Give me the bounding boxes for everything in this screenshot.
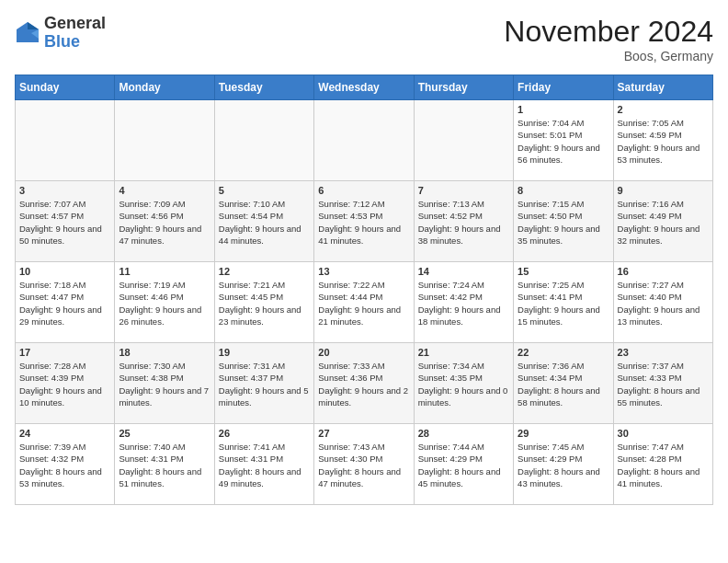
cell-info: Sunrise: 7:34 AM Sunset: 4:35 PM Dayligh…	[418, 360, 509, 408]
calendar-cell	[16, 100, 115, 181]
day-number: 6	[318, 185, 409, 196]
day-number: 3	[19, 185, 110, 196]
day-header-friday: Friday	[514, 75, 613, 100]
cell-info: Sunrise: 7:22 AM Sunset: 4:44 PM Dayligh…	[318, 279, 409, 327]
day-number: 24	[19, 428, 110, 439]
cell-info: Sunrise: 7:30 AM Sunset: 4:38 PM Dayligh…	[119, 360, 210, 408]
cell-info: Sunrise: 7:28 AM Sunset: 4:39 PM Dayligh…	[19, 360, 110, 408]
cell-info: Sunrise: 7:21 AM Sunset: 4:45 PM Dayligh…	[219, 279, 310, 327]
calendar-cell: 10Sunrise: 7:18 AM Sunset: 4:47 PM Dayli…	[16, 262, 115, 343]
day-number: 28	[418, 428, 509, 439]
calendar-cell: 27Sunrise: 7:43 AM Sunset: 4:30 PM Dayli…	[314, 424, 414, 505]
calendar-cell	[414, 100, 513, 181]
calendar-cell: 1Sunrise: 7:04 AM Sunset: 5:01 PM Daylig…	[514, 100, 613, 181]
calendar-cell: 6Sunrise: 7:12 AM Sunset: 4:53 PM Daylig…	[314, 181, 414, 262]
day-number: 25	[119, 428, 210, 439]
cell-info: Sunrise: 7:15 AM Sunset: 4:50 PM Dayligh…	[518, 198, 609, 247]
calendar-header-row: SundayMondayTuesdayWednesdayThursdayFrid…	[16, 75, 713, 100]
cell-info: Sunrise: 7:45 AM Sunset: 4:29 PM Dayligh…	[518, 441, 609, 489]
day-number: 19	[219, 347, 310, 358]
day-number: 26	[219, 428, 310, 439]
cell-info: Sunrise: 7:16 AM Sunset: 4:49 PM Dayligh…	[618, 198, 709, 247]
cell-info: Sunrise: 7:25 AM Sunset: 4:41 PM Dayligh…	[518, 279, 609, 327]
month-title: November 2024	[504, 15, 713, 49]
day-header-sunday: Sunday	[16, 75, 115, 100]
cell-info: Sunrise: 7:05 AM Sunset: 4:59 PM Dayligh…	[618, 117, 709, 166]
day-number: 11	[119, 266, 210, 277]
calendar-cell: 22Sunrise: 7:36 AM Sunset: 4:34 PM Dayli…	[514, 343, 613, 424]
cell-info: Sunrise: 7:10 AM Sunset: 4:54 PM Dayligh…	[219, 198, 310, 247]
calendar-cell: 14Sunrise: 7:24 AM Sunset: 4:42 PM Dayli…	[414, 262, 513, 343]
calendar-week-3: 17Sunrise: 7:28 AM Sunset: 4:39 PM Dayli…	[16, 343, 713, 424]
calendar-cell: 24Sunrise: 7:39 AM Sunset: 4:32 PM Dayli…	[16, 424, 115, 505]
calendar-cell: 25Sunrise: 7:40 AM Sunset: 4:31 PM Dayli…	[115, 424, 214, 505]
calendar-cell: 3Sunrise: 7:07 AM Sunset: 4:57 PM Daylig…	[16, 181, 115, 262]
calendar-cell: 19Sunrise: 7:31 AM Sunset: 4:37 PM Dayli…	[214, 343, 313, 424]
calendar-cell	[314, 100, 414, 181]
day-number: 4	[119, 185, 210, 196]
calendar-week-2: 10Sunrise: 7:18 AM Sunset: 4:47 PM Dayli…	[16, 262, 713, 343]
cell-info: Sunrise: 7:18 AM Sunset: 4:47 PM Dayligh…	[19, 279, 110, 327]
cell-info: Sunrise: 7:09 AM Sunset: 4:56 PM Dayligh…	[119, 198, 210, 247]
calendar-cell: 7Sunrise: 7:13 AM Sunset: 4:52 PM Daylig…	[414, 181, 513, 262]
calendar-cell: 23Sunrise: 7:37 AM Sunset: 4:33 PM Dayli…	[613, 343, 712, 424]
calendar-cell: 13Sunrise: 7:22 AM Sunset: 4:44 PM Dayli…	[314, 262, 414, 343]
logo-blue: Blue	[44, 32, 80, 51]
cell-info: Sunrise: 7:37 AM Sunset: 4:33 PM Dayligh…	[618, 360, 709, 408]
calendar-week-1: 3Sunrise: 7:07 AM Sunset: 4:57 PM Daylig…	[16, 181, 713, 262]
day-number: 8	[518, 185, 609, 196]
day-number: 29	[518, 428, 609, 439]
calendar-week-4: 24Sunrise: 7:39 AM Sunset: 4:32 PM Dayli…	[16, 424, 713, 505]
day-header-tuesday: Tuesday	[214, 75, 313, 100]
calendar-cell: 11Sunrise: 7:19 AM Sunset: 4:46 PM Dayli…	[115, 262, 214, 343]
cell-info: Sunrise: 7:24 AM Sunset: 4:42 PM Dayligh…	[418, 279, 509, 327]
day-header-monday: Monday	[115, 75, 214, 100]
cell-info: Sunrise: 7:40 AM Sunset: 4:31 PM Dayligh…	[119, 441, 210, 489]
day-number: 14	[418, 266, 509, 277]
title-area: November 2024 Boos, Germany	[504, 15, 713, 63]
calendar-cell: 2Sunrise: 7:05 AM Sunset: 4:59 PM Daylig…	[613, 100, 712, 181]
cell-info: Sunrise: 7:41 AM Sunset: 4:31 PM Dayligh…	[219, 441, 310, 489]
page-header: General Blue November 2024 Boos, Germany	[15, 15, 713, 63]
calendar-cell: 4Sunrise: 7:09 AM Sunset: 4:56 PM Daylig…	[115, 181, 214, 262]
day-number: 16	[618, 266, 709, 277]
calendar-cell: 12Sunrise: 7:21 AM Sunset: 4:45 PM Dayli…	[214, 262, 313, 343]
day-number: 2	[618, 104, 709, 115]
day-number: 17	[19, 347, 110, 358]
cell-info: Sunrise: 7:19 AM Sunset: 4:46 PM Dayligh…	[119, 279, 210, 327]
day-number: 10	[19, 266, 110, 277]
cell-info: Sunrise: 7:12 AM Sunset: 4:53 PM Dayligh…	[318, 198, 409, 247]
calendar-cell	[214, 100, 313, 181]
logo: General Blue	[15, 15, 106, 52]
logo-text: General Blue	[44, 15, 106, 52]
day-number: 15	[518, 266, 609, 277]
day-number: 30	[618, 428, 709, 439]
day-number: 21	[418, 347, 509, 358]
calendar-cell: 5Sunrise: 7:10 AM Sunset: 4:54 PM Daylig…	[214, 181, 313, 262]
day-number: 12	[219, 266, 310, 277]
calendar-cell: 18Sunrise: 7:30 AM Sunset: 4:38 PM Dayli…	[115, 343, 214, 424]
calendar-cell: 17Sunrise: 7:28 AM Sunset: 4:39 PM Dayli…	[16, 343, 115, 424]
cell-info: Sunrise: 7:07 AM Sunset: 4:57 PM Dayligh…	[19, 198, 110, 247]
svg-marker-1	[28, 22, 39, 29]
calendar-cell: 20Sunrise: 7:33 AM Sunset: 4:36 PM Dayli…	[314, 343, 414, 424]
calendar-cell: 21Sunrise: 7:34 AM Sunset: 4:35 PM Dayli…	[414, 343, 513, 424]
logo-icon	[15, 20, 40, 46]
calendar-cell: 29Sunrise: 7:45 AM Sunset: 4:29 PM Dayli…	[514, 424, 613, 505]
calendar-body: 1Sunrise: 7:04 AM Sunset: 5:01 PM Daylig…	[16, 100, 713, 505]
day-header-thursday: Thursday	[414, 75, 513, 100]
cell-info: Sunrise: 7:43 AM Sunset: 4:30 PM Dayligh…	[318, 441, 409, 489]
calendar-cell: 28Sunrise: 7:44 AM Sunset: 4:29 PM Dayli…	[414, 424, 513, 505]
cell-info: Sunrise: 7:39 AM Sunset: 4:32 PM Dayligh…	[19, 441, 110, 489]
day-number: 9	[618, 185, 709, 196]
day-header-wednesday: Wednesday	[314, 75, 414, 100]
calendar-cell: 30Sunrise: 7:47 AM Sunset: 4:28 PM Dayli…	[613, 424, 712, 505]
calendar-cell: 9Sunrise: 7:16 AM Sunset: 4:49 PM Daylig…	[613, 181, 712, 262]
cell-info: Sunrise: 7:31 AM Sunset: 4:37 PM Dayligh…	[219, 360, 310, 408]
calendar-cell: 8Sunrise: 7:15 AM Sunset: 4:50 PM Daylig…	[514, 181, 613, 262]
day-number: 5	[219, 185, 310, 196]
calendar-cell	[115, 100, 214, 181]
calendar-week-0: 1Sunrise: 7:04 AM Sunset: 5:01 PM Daylig…	[16, 100, 713, 181]
day-number: 1	[518, 104, 609, 115]
cell-info: Sunrise: 7:04 AM Sunset: 5:01 PM Dayligh…	[518, 117, 609, 166]
